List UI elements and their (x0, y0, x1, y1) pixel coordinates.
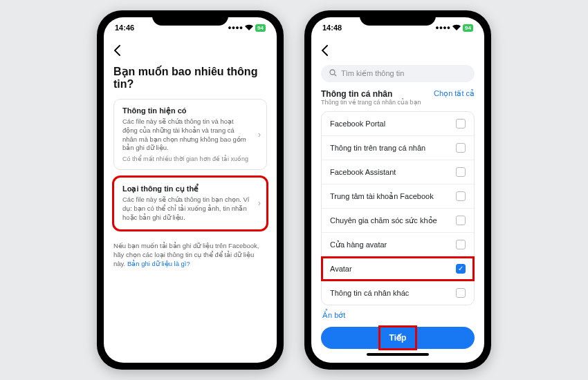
notch (152, 10, 228, 26)
status-right: ●●●● 94 (228, 24, 266, 32)
list-item[interactable]: Thông tin cá nhân khác (322, 281, 474, 305)
section-subtitle: Thông tin về trang cá nhân của bạn (321, 99, 421, 106)
chevron-right-icon: › (258, 130, 261, 140)
continue-button[interactable]: Tiếp (321, 327, 475, 349)
list-item[interactable]: Thông tin trên trang cá nhân (322, 136, 474, 160)
svg-point-0 (330, 70, 335, 75)
list-item[interactable]: Chuyên gia chăm sóc sức khỏe (322, 209, 474, 233)
chevron-right-icon: › (258, 198, 261, 208)
list-item[interactable]: Facebook Portal (322, 112, 474, 136)
wifi-icon (245, 24, 253, 32)
item-label: Thông tin trên trang cá nhân (330, 144, 425, 152)
option-existing-info[interactable]: Thông tin hiện có Các file này sẽ chứa t… (113, 99, 267, 170)
checkbox[interactable] (456, 191, 466, 201)
content-left: Bạn muốn bao nhiêu thông tin? Thông tin … (104, 38, 277, 363)
option-title: Thông tin hiện có (122, 106, 250, 115)
option-subnote: Có thể mất nhiều thời gian hơn đế tải xu… (122, 155, 250, 162)
list-item-avatar[interactable]: Avatar ✓ (322, 257, 474, 281)
section-header: Thông tin cá nhân Thông tin về trang cá … (321, 89, 475, 106)
list-item[interactable]: Cửa hàng avatar (322, 233, 474, 257)
info-checklist: Facebook Portal Thông tin trên trang cá … (321, 111, 475, 305)
list-item[interactable]: Trung tâm tài khoản Facebook (322, 184, 474, 209)
checkbox[interactable] (456, 216, 466, 225)
status-time: 14:48 (322, 23, 342, 32)
phone-left: 14:46 ●●●● 94 Bạn muốn bao nhiêu thông t… (97, 10, 284, 370)
checkbox[interactable] (456, 119, 466, 129)
item-label: Thông tin cá nhân khác (330, 289, 409, 297)
list-item[interactable]: Facebook Assistant (322, 160, 474, 184)
option-desc: Các file này sẽ chứa thông tin bạn chọn.… (122, 196, 250, 222)
footer-note: Nếu bạn muốn tải bản ghi dữ liệu trên Fa… (113, 241, 267, 269)
data-log-help-link[interactable]: Bản ghi dữ liệu là gì? (127, 260, 190, 267)
item-label: Chuyên gia chăm sóc sức khỏe (330, 216, 437, 225)
page-title: Bạn muốn bao nhiêu thông tin? (113, 65, 267, 91)
notch (360, 10, 436, 26)
back-button[interactable] (113, 42, 267, 65)
search-icon (329, 69, 337, 78)
continue-label: Tiếp (389, 333, 407, 343)
option-desc: Các file này sẽ chứa thông tin và hoạt đ… (122, 117, 250, 153)
battery-icon: 94 (255, 24, 266, 32)
status-time: 14:46 (115, 23, 134, 32)
signal-icon: ●●●● (435, 24, 450, 31)
checkbox-checked[interactable]: ✓ (456, 264, 466, 274)
phone-right: 14:48 ●●●● 94 Tìm kiếm thông tin (304, 10, 491, 370)
checkbox[interactable] (456, 167, 466, 177)
status-right: ●●●● 94 (435, 24, 473, 32)
item-label: Facebook Portal (330, 120, 385, 128)
signal-icon: ●●●● (228, 24, 243, 31)
screen-right: 14:48 ●●●● 94 Tìm kiếm thông tin (311, 17, 484, 363)
section-title: Thông tin cá nhân (321, 89, 421, 99)
item-label: Trung tâm tài khoản Facebook (330, 192, 434, 201)
wifi-icon (452, 24, 461, 32)
checkbox[interactable] (456, 240, 466, 249)
item-label: Facebook Assistant (330, 168, 396, 176)
select-all-button[interactable]: Chọn tất cả (434, 89, 475, 98)
search-input[interactable]: Tìm kiếm thông tin (321, 65, 475, 82)
content-right: Tìm kiếm thông tin Thông tin cá nhân Thô… (311, 38, 484, 363)
battery-icon: 94 (463, 24, 473, 32)
svg-line-1 (334, 74, 336, 76)
back-button[interactable] (321, 42, 475, 65)
checkbox[interactable] (456, 288, 466, 298)
collapse-button[interactable]: Ẩn bớt (321, 305, 475, 320)
option-title: Loại thông tin cụ thể (122, 184, 250, 193)
checkbox[interactable] (456, 143, 466, 153)
option-specific-info[interactable]: Loại thông tin cụ thể Các file này sẽ ch… (113, 177, 267, 229)
item-label: Cửa hàng avatar (330, 240, 387, 249)
screen-left: 14:46 ●●●● 94 Bạn muốn bao nhiêu thông t… (104, 17, 277, 363)
search-placeholder: Tìm kiếm thông tin (341, 69, 404, 78)
home-indicator (367, 353, 429, 356)
item-label: Avatar (330, 265, 352, 273)
